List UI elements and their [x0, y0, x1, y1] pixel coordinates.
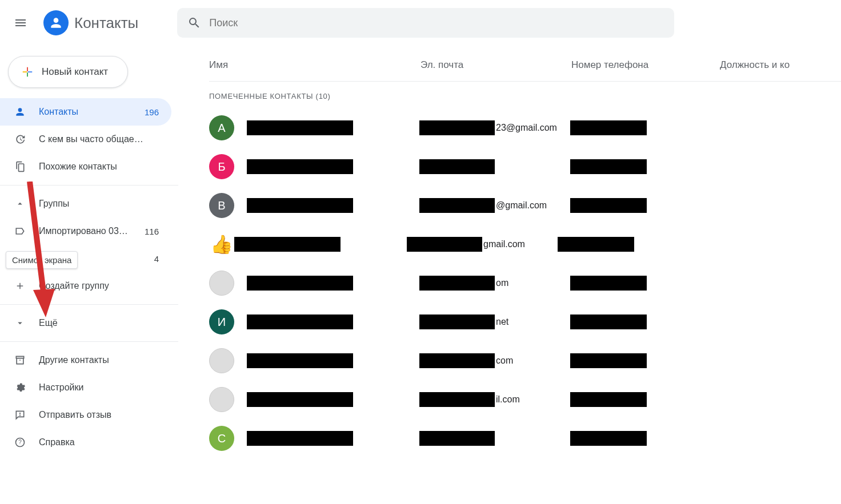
redacted-phone	[570, 159, 647, 174]
contact-row[interactable]: Б	[209, 147, 841, 186]
sidebar-feedback[interactable]: Отправить отзыв	[0, 401, 171, 429]
redacted-phone	[570, 120, 647, 135]
new-contact-button[interactable]: Новый контакт	[8, 56, 128, 88]
redacted-name	[247, 120, 353, 135]
group-label: Импортировано 03…	[39, 226, 132, 236]
redacted-phone	[570, 431, 647, 446]
plus-icon	[14, 281, 26, 291]
sidebar: Новый контакт Контакты 196 С кем вы част…	[0, 46, 178, 504]
contact-row[interactable]: com	[209, 341, 841, 380]
avatar-photo	[209, 387, 234, 412]
sidebar-label: Похожие контакты	[39, 162, 159, 172]
feedback-icon	[14, 409, 26, 421]
sidebar-help[interactable]: ? Справка	[0, 429, 171, 456]
redacted-name	[234, 237, 341, 252]
copy-icon	[14, 161, 26, 172]
sidebar-item-frequent[interactable]: С кем вы часто общае…	[0, 126, 171, 153]
columns-header: Имя Эл. почта Номер телефона Должность и…	[209, 46, 841, 81]
contact-row[interactable]: il.com	[209, 380, 841, 419]
sidebar-more[interactable]: Ещё	[0, 309, 171, 337]
contacts-logo-icon	[43, 10, 69, 35]
sidebar-label: С кем вы часто общае…	[39, 134, 159, 144]
redacted-name	[247, 276, 353, 291]
person-icon	[14, 106, 26, 118]
redacted-email	[419, 315, 495, 329]
redacted-email	[419, 198, 495, 213]
redacted-name	[247, 392, 353, 407]
contact-row[interactable]: В@gmail.com	[209, 186, 841, 225]
redacted-name	[247, 353, 353, 368]
col-email: Эл. почта	[421, 59, 571, 71]
feedback-label: Отправить отзыв	[39, 410, 159, 420]
avatar-letter: В	[209, 193, 234, 218]
svg-text:?: ?	[18, 439, 22, 445]
other-contacts-label: Другие контакты	[39, 355, 159, 365]
redacted-email	[419, 159, 495, 174]
redacted-name	[247, 159, 353, 174]
sidebar-item-merge[interactable]: Похожие контакты	[0, 153, 171, 180]
email-suffix: com	[496, 356, 513, 366]
app-logo: Контакты	[43, 10, 138, 35]
group-count: 4	[154, 254, 159, 264]
contact-row[interactable]: А23@gmail.com	[209, 108, 841, 147]
email-suffix: om	[496, 278, 508, 288]
label-icon	[14, 225, 26, 237]
avatar-letter: Б	[209, 154, 234, 179]
email-suffix: 23@gmail.com	[496, 123, 557, 133]
help-label: Справка	[39, 437, 159, 447]
contact-row[interactable]: om	[209, 264, 841, 303]
contact-row[interactable]: 👍gmail.com	[209, 225, 841, 264]
help-icon: ?	[14, 437, 26, 448]
redacted-phone	[558, 237, 634, 252]
create-group-label: Создайте группу	[39, 281, 159, 291]
redacted-phone	[570, 315, 647, 329]
redacted-name	[247, 431, 353, 446]
redacted-email	[419, 431, 495, 446]
sidebar-groups-header[interactable]: Группы	[0, 190, 171, 217]
avatar-letter: А	[209, 115, 234, 140]
email-suffix: net	[496, 317, 508, 327]
redacted-phone	[570, 353, 647, 368]
redacted-name	[247, 315, 353, 329]
email-suffix: @gmail.com	[496, 200, 547, 211]
sidebar-item-contacts[interactable]: Контакты 196	[0, 98, 171, 126]
search-bar[interactable]	[177, 8, 674, 38]
menu-icon	[14, 16, 27, 30]
search-icon	[187, 16, 201, 30]
history-icon	[14, 134, 26, 145]
redacted-email	[419, 353, 495, 368]
redacted-phone	[570, 276, 647, 291]
sidebar-other-contacts[interactable]: Другие контакты	[0, 346, 171, 374]
redacted-email	[419, 392, 495, 407]
redacted-phone	[570, 198, 647, 213]
tooltip: Снимок экрана	[6, 251, 78, 269]
avatar-letter: С	[209, 426, 234, 451]
redacted-email	[419, 120, 495, 135]
archive-icon	[14, 354, 26, 366]
contact-row[interactable]: С	[209, 419, 841, 458]
contact-row[interactable]: Иnet	[209, 303, 841, 341]
plus-icon	[21, 66, 34, 78]
section-starred-title: ПОМЕЧЕННЫЕ КОНТАКТЫ (10)	[209, 82, 841, 108]
redacted-name	[247, 198, 353, 213]
sidebar-group-imported[interactable]: Импортировано 03… 116	[0, 217, 171, 245]
email-suffix: gmail.com	[483, 239, 525, 249]
search-input[interactable]	[209, 17, 664, 29]
redacted-phone	[570, 392, 647, 407]
redacted-email	[419, 276, 495, 291]
settings-label: Настройки	[39, 382, 159, 393]
new-contact-label: Новый контакт	[42, 66, 108, 78]
chevron-up-icon	[14, 199, 26, 209]
avatar-photo	[209, 348, 234, 373]
avatar-photo	[209, 271, 234, 296]
group-count: 116	[145, 227, 159, 236]
sidebar-create-group[interactable]: Создайте группу	[0, 272, 171, 300]
avatar-letter: И	[209, 309, 234, 334]
sidebar-count: 196	[145, 107, 159, 117]
app-title: Контакты	[74, 14, 138, 32]
gear-icon	[14, 382, 26, 393]
sidebar-settings[interactable]: Настройки	[0, 374, 171, 401]
main-menu-button[interactable]	[7, 9, 34, 37]
thumbs-up-icon: 👍	[209, 232, 234, 257]
redacted-email	[407, 237, 482, 252]
